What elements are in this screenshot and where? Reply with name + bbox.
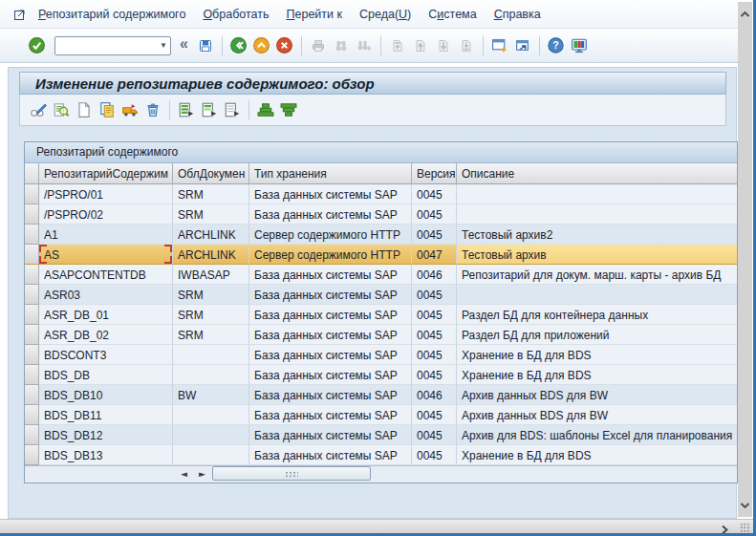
- print-icon[interactable]: [310, 37, 327, 54]
- cell-document-area[interactable]: [173, 425, 249, 445]
- transport-icon[interactable]: [121, 101, 139, 118]
- menu-item[interactable]: Перейти к: [287, 8, 342, 21]
- vertical-scrollbar[interactable]: [738, 2, 752, 517]
- cell-version[interactable]: 0047: [412, 245, 457, 265]
- cell-version[interactable]: 0045: [412, 325, 457, 345]
- sort-bars-icon[interactable]: [257, 101, 274, 118]
- cell-document-area[interactable]: [173, 365, 249, 385]
- first-page-icon[interactable]: [389, 37, 406, 54]
- cell-repository-name[interactable]: /PSPRO/02: [39, 204, 173, 225]
- list-arrow-outline-icon[interactable]: [224, 101, 241, 118]
- cell-description[interactable]: Хранение в БД для BDS: [457, 445, 737, 465]
- cell-document-area[interactable]: SRM: [173, 305, 249, 325]
- cell-document-area[interactable]: [173, 405, 249, 425]
- select-all-header[interactable]: [25, 163, 39, 184]
- next-page-icon[interactable]: [435, 37, 452, 54]
- cell-version[interactable]: 0046: [412, 385, 457, 405]
- cell-document-area[interactable]: [173, 445, 249, 465]
- new-session-icon[interactable]: [491, 37, 508, 54]
- menu-item[interactable]: Обработать: [203, 8, 269, 21]
- copy-icon[interactable]: [98, 101, 116, 118]
- find-next-icon[interactable]: [356, 37, 373, 54]
- cell-description[interactable]: Архив данных BDS для BW: [457, 405, 737, 425]
- cell-version[interactable]: 0045: [412, 365, 457, 385]
- customize-layout-icon[interactable]: [571, 37, 588, 54]
- cell-repository-name[interactable]: BDS_DB13: [39, 445, 173, 465]
- cell-repository-name[interactable]: BDSCONT3: [39, 345, 173, 365]
- cancel-icon[interactable]: [276, 37, 293, 54]
- cell-repository-name[interactable]: BDS_DB10: [39, 385, 173, 405]
- save-icon[interactable]: [197, 37, 214, 54]
- list-arrow-half-icon[interactable]: [201, 101, 218, 118]
- row-selector[interactable]: [25, 385, 39, 405]
- cell-version[interactable]: 0045: [412, 345, 457, 365]
- cell-storage-type[interactable]: База данных системы SAP: [249, 445, 412, 465]
- create-shortcut-icon[interactable]: [514, 37, 531, 54]
- cell-document-area[interactable]: IWBASAP: [173, 265, 249, 285]
- cell-storage-type[interactable]: База данных системы SAP: [249, 425, 412, 445]
- cell-description[interactable]: Раздел БД для контейнера данных: [457, 305, 737, 325]
- row-selector[interactable]: [25, 445, 39, 465]
- cell-description[interactable]: Тестовый архив: [457, 245, 737, 265]
- cell-storage-type[interactable]: База данных системы SAP: [249, 285, 412, 305]
- hscrollbar-thumb[interactable]: [212, 466, 371, 481]
- previous-page-icon[interactable]: [412, 37, 429, 54]
- command-field[interactable]: ▼: [54, 36, 171, 55]
- cell-document-area[interactable]: SRM: [173, 325, 249, 345]
- cell-version[interactable]: 0045: [412, 405, 457, 425]
- system-menu-icon[interactable]: [12, 7, 28, 22]
- continue-icon[interactable]: [28, 37, 45, 54]
- column-header[interactable]: Тип хранения: [249, 163, 412, 184]
- exit-icon[interactable]: [253, 37, 270, 54]
- row-selector[interactable]: [25, 405, 39, 425]
- cell-document-area[interactable]: SRM: [173, 285, 249, 305]
- scroll-down-icon[interactable]: [740, 497, 750, 514]
- cell-description[interactable]: Архив данных BDS для BW: [457, 385, 737, 405]
- menu-item[interactable]: Среда(U): [359, 8, 411, 21]
- row-selector[interactable]: [25, 245, 39, 265]
- cell-storage-type[interactable]: База данных системы SAP: [249, 204, 412, 225]
- cell-repository-name[interactable]: BDS_DB: [39, 365, 173, 385]
- row-selector[interactable]: [25, 305, 39, 325]
- cell-storage-type[interactable]: Сервер содержимого HTTP: [249, 245, 412, 265]
- cell-storage-type[interactable]: База данных системы SAP: [249, 265, 412, 285]
- cell-storage-type[interactable]: База данных системы SAP: [249, 385, 412, 405]
- cell-document-area[interactable]: ARCHLINK: [173, 245, 249, 265]
- cell-repository-name[interactable]: /PSPRO/01: [39, 184, 173, 204]
- cell-repository-name[interactable]: ASR03: [39, 285, 173, 305]
- cell-storage-type[interactable]: База данных системы SAP: [249, 365, 412, 385]
- cell-repository-name[interactable]: BDS_DB12: [39, 425, 173, 445]
- cell-version[interactable]: 0045: [412, 305, 457, 325]
- menu-item[interactable]: Репозитарий содержимого: [38, 8, 185, 21]
- cell-document-area[interactable]: SRM: [173, 204, 249, 225]
- cell-storage-type[interactable]: База данных системы SAP: [249, 184, 412, 204]
- cell-document-area[interactable]: BW: [173, 385, 249, 405]
- row-selector[interactable]: [25, 225, 39, 245]
- row-selector[interactable]: [25, 425, 39, 445]
- cell-repository-name[interactable]: ASR_DB_02: [39, 325, 173, 345]
- cell-repository-name[interactable]: BDS_DB11: [39, 405, 173, 425]
- collapse-icon[interactable]: «: [180, 35, 188, 53]
- row-selector[interactable]: [25, 184, 39, 204]
- cell-storage-type[interactable]: База данных системы SAP: [249, 345, 412, 365]
- row-selector[interactable]: [25, 345, 39, 365]
- find-icon[interactable]: [333, 37, 350, 54]
- row-selector[interactable]: [25, 285, 39, 305]
- toggle-display-change-icon[interactable]: [30, 101, 47, 118]
- cell-repository-name[interactable]: A1: [39, 225, 173, 245]
- help-icon[interactable]: ?: [548, 37, 565, 54]
- hscroll-right-icon[interactable]: ►: [194, 467, 210, 481]
- cell-version[interactable]: 0045: [412, 204, 457, 225]
- cell-description[interactable]: [457, 204, 737, 225]
- cell-repository-name[interactable]: AS: [39, 245, 173, 265]
- menu-item[interactable]: Справка: [494, 8, 541, 21]
- cell-version[interactable]: 0045: [412, 225, 457, 245]
- cell-version[interactable]: 0045: [412, 425, 457, 445]
- cell-storage-type[interactable]: База данных системы SAP: [249, 405, 412, 425]
- cell-description[interactable]: Хранение в БД для BDS: [457, 365, 737, 385]
- display-icon[interactable]: [53, 101, 70, 118]
- menu-item[interactable]: Система: [428, 8, 476, 21]
- row-selector[interactable]: [25, 204, 39, 225]
- create-icon[interactable]: [76, 101, 93, 118]
- cell-storage-type[interactable]: База данных системы SAP: [249, 305, 412, 325]
